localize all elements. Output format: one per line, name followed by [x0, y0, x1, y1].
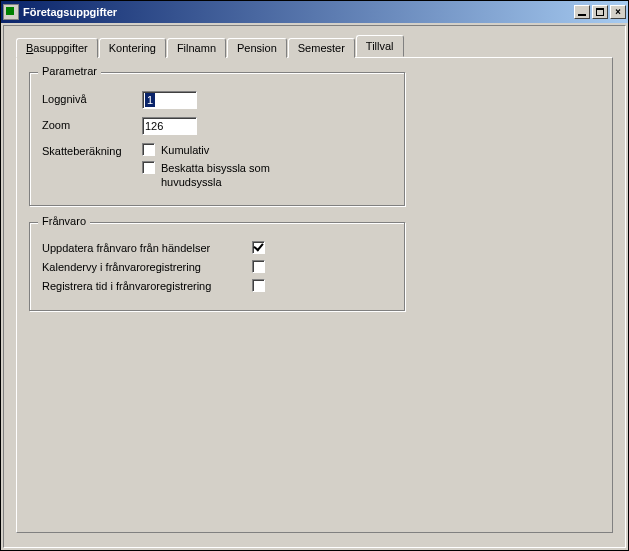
franvaro-label: Kalendervy i frånvaroregistrering [42, 261, 252, 273]
franvaro-label: Registrera tid i frånvaroregistrering [42, 280, 252, 292]
tab-semester[interactable]: Semester [288, 38, 355, 58]
skatteberakning-label: Skatteberäkning [42, 143, 142, 157]
loggniva-input[interactable] [142, 91, 197, 109]
tab-strip: Basuppgifter Kontering Filnamn Pension S… [16, 36, 613, 57]
tab-label: Tillval [366, 40, 394, 52]
minimize-icon [578, 14, 586, 16]
beskatta-label: Beskatta bisyssla som huvudsyssla [161, 161, 331, 189]
tab-kontering[interactable]: Kontering [99, 38, 166, 58]
franvaro-row: Kalendervy i frånvaroregistrering [42, 260, 392, 273]
close-button[interactable]: × [610, 5, 626, 19]
group-parametrar: Parametrar Loggnivå 1 Zoom Skatteberäkni… [29, 72, 405, 206]
tab-tillval[interactable]: Tillval [356, 35, 404, 57]
close-icon: × [615, 7, 621, 17]
franvaro-checkbox-registrera-tid[interactable] [252, 279, 265, 292]
tab-label: Kontering [109, 42, 156, 54]
tab-label-rest: asuppgifter [33, 42, 87, 54]
loggniva-label: Loggnivå [42, 91, 142, 105]
tab-pension[interactable]: Pension [227, 38, 287, 58]
window: Företagsuppgifter × Basuppgifter Konteri… [0, 0, 629, 551]
client-area: Basuppgifter Kontering Filnamn Pension S… [3, 25, 626, 548]
beskatta-checkbox[interactable] [142, 161, 155, 174]
maximize-icon [596, 8, 604, 16]
tab-panel: Parametrar Loggnivå 1 Zoom Skatteberäkni… [16, 57, 613, 533]
app-icon [3, 4, 19, 20]
tab-label: Pension [237, 42, 277, 54]
group-franvaro: Frånvaro Uppdatera frånvaro från händels… [29, 222, 405, 311]
franvaro-row: Uppdatera frånvaro från händelser [42, 241, 392, 254]
zoom-label: Zoom [42, 117, 142, 131]
group-legend: Frånvaro [38, 215, 90, 227]
franvaro-checkbox-kalendervy[interactable] [252, 260, 265, 273]
minimize-button[interactable] [574, 5, 590, 19]
tab-filnamn[interactable]: Filnamn [167, 38, 226, 58]
zoom-input[interactable] [142, 117, 197, 135]
franvaro-row: Registrera tid i frånvaroregistrering [42, 279, 392, 292]
window-controls: × [574, 5, 626, 19]
franvaro-checkbox-uppdatera[interactable] [252, 241, 265, 254]
maximize-button[interactable] [592, 5, 608, 19]
tab-label: Semester [298, 42, 345, 54]
franvaro-label: Uppdatera frånvaro från händelser [42, 242, 252, 254]
group-legend: Parametrar [38, 65, 101, 77]
tab-label: Filnamn [177, 42, 216, 54]
kumulativ-label: Kumulativ [161, 143, 209, 157]
kumulativ-checkbox[interactable] [142, 143, 155, 156]
titlebar[interactable]: Företagsuppgifter × [1, 1, 628, 23]
window-title: Företagsuppgifter [23, 6, 574, 18]
tab-basuppgifter[interactable]: Basuppgifter [16, 38, 98, 58]
